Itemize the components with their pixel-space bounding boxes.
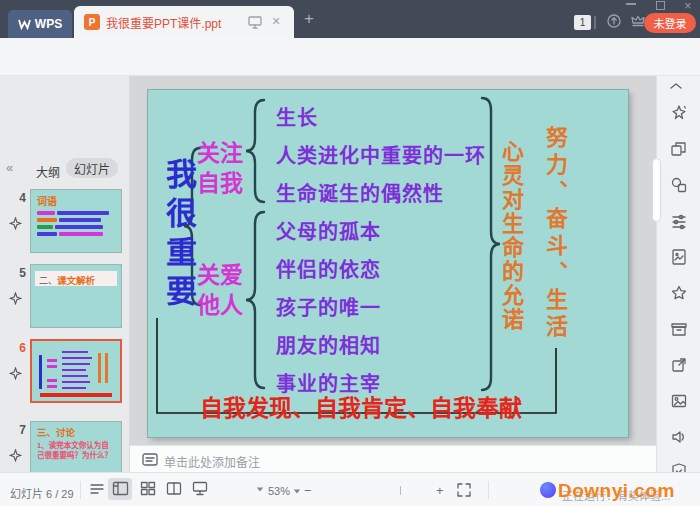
thumb7-title: 三、讨论: [31, 422, 121, 439]
duplicate-slide-icon[interactable]: [670, 140, 688, 158]
wps-home-tab[interactable]: WPS: [8, 10, 72, 38]
thumb5-title-band: 二、课文解析: [35, 271, 117, 286]
thumb4-lines: [31, 211, 121, 236]
slide-right-text-2[interactable]: 努力、奋斗、生活: [538, 126, 570, 354]
branch1-item[interactable]: 人类进化中重要的一环: [276, 140, 486, 169]
slide-number: 4: [8, 191, 26, 205]
wps-label: WPS: [35, 17, 62, 31]
favorite-star-icon[interactable]: [670, 284, 688, 302]
branch2-label[interactable]: 关爱他人: [192, 260, 248, 320]
toolbar: 文件 ↶ ↷ 开始 插入 设计 切换 动画 查找命令、搜索模板 ?: [0, 38, 700, 76]
play-options-caret-icon[interactable]: [257, 488, 263, 492]
branch2-item[interactable]: 父母的孤本: [276, 216, 381, 245]
share-export-icon[interactable]: [670, 356, 688, 374]
slide-number: 5: [8, 266, 26, 280]
reading-view-icon[interactable]: [166, 481, 182, 496]
document-tab[interactable]: P 我很重要PPT课件.ppt ×: [74, 6, 294, 38]
animation-star-icon: [9, 217, 22, 230]
assistant-icon[interactable]: [540, 482, 556, 498]
properties-sliders-icon[interactable]: [670, 212, 688, 230]
divider: [80, 481, 81, 499]
slide-thumbnail-6-selected[interactable]: [30, 339, 122, 403]
animation-star-icon: [9, 367, 22, 380]
window-count-badge[interactable]: 1: [574, 15, 591, 30]
slide-thumbnail-5[interactable]: 二、课文解析: [30, 264, 122, 328]
normal-view-icon[interactable]: [112, 481, 129, 496]
sidebar-collapse-icon[interactable]: [670, 82, 682, 90]
collapse-panel-icon[interactable]: «: [6, 160, 13, 175]
document-title: 我很重要PPT课件.ppt: [106, 14, 240, 31]
thumb4-title: 词语: [31, 190, 121, 208]
slide-counter: 幻灯片 6 / 29: [10, 485, 74, 501]
slide-panel: « 大纲 幻灯片 4 词语 5 二、课文解析: [0, 76, 130, 472]
branch1-item[interactable]: 生长: [276, 102, 318, 131]
material-box-icon[interactable]: [670, 320, 688, 338]
slide-number-current: 6: [8, 341, 26, 355]
right-sidebar: [656, 76, 700, 472]
zoom-100-tick: [400, 486, 401, 495]
titlebar: WPS P 我很重要PPT课件.ppt × + 1 未登录 ×: [0, 0, 700, 38]
branch2-item[interactable]: 朋友的相知: [276, 330, 381, 359]
security-shield-icon[interactable]: [670, 462, 688, 472]
login-button[interactable]: 未登录: [644, 13, 696, 33]
animation-star-icon: [9, 449, 22, 462]
slide-number: 7: [8, 423, 26, 437]
share-icon[interactable]: [606, 13, 622, 29]
audio-speaker-icon[interactable]: [670, 428, 688, 446]
watermark: Downyi.com: [558, 480, 675, 502]
tab-outline[interactable]: 大纲: [36, 163, 60, 180]
notes-bar[interactable]: 单击此处添加备注: [130, 445, 656, 472]
animation-star-icon: [9, 292, 22, 305]
ppt-file-icon: P: [84, 14, 100, 30]
thumbnail-list: 4 词语 5 二、课文解析 6: [0, 184, 130, 506]
thumb7-body: 1、读完本文你认为自己很重要吗？为什么？: [31, 439, 121, 463]
notes-comment-icon: [142, 452, 158, 467]
shapes-icon[interactable]: [670, 176, 688, 194]
wps-logo-icon: [18, 18, 31, 30]
monitor-icon[interactable]: [248, 15, 263, 30]
slide-thumbnail-4[interactable]: 词语: [30, 189, 122, 253]
picture-icon[interactable]: [670, 392, 688, 410]
effects-star-icon[interactable]: [670, 104, 688, 122]
zoom-out-button[interactable]: −: [304, 483, 312, 498]
zoom-level[interactable]: 53%: [268, 485, 290, 497]
canvas-scrollbar[interactable]: [652, 158, 661, 222]
zoom-caret-icon[interactable]: [294, 490, 300, 494]
notes-placeholder: 单击此处添加备注: [164, 453, 260, 470]
badge-bars: [594, 16, 596, 29]
minimize-button[interactable]: [626, 3, 636, 5]
maximize-button[interactable]: [656, 1, 665, 10]
branch2-item[interactable]: 孩子的唯一: [276, 292, 381, 321]
branch1-label[interactable]: 关注自我: [192, 138, 248, 198]
current-slide[interactable]: 我很重要 关注自我 生长 人类进化中重要的一环 生命诞生的偶然性 关爱他人 父母…: [148, 90, 628, 437]
tab-close-icon[interactable]: ×: [272, 13, 280, 29]
slide-footer-text[interactable]: 自我发现、自我肯定、自我奉献: [200, 389, 522, 423]
branch2-item[interactable]: 伴侣的依恋: [276, 254, 381, 283]
window-close-icon[interactable]: ×: [684, 0, 692, 12]
slide-right-text-1[interactable]: 心灵对生命的允诺: [494, 140, 526, 348]
fit-to-window-icon[interactable]: [456, 482, 472, 498]
new-tab-button[interactable]: +: [304, 9, 314, 29]
wps-presentation-window: WPS P 我很重要PPT课件.ppt × + 1 未登录 × 文件 ↶ ↷ 开…: [0, 0, 700, 506]
notes-toggle-icon[interactable]: [90, 482, 105, 497]
divider: [488, 481, 489, 499]
slide-sorter-icon[interactable]: [140, 481, 156, 496]
tab-slides[interactable]: 幻灯片: [66, 158, 118, 178]
presenter-view-icon[interactable]: [192, 481, 208, 496]
image-document-icon[interactable]: [670, 248, 688, 266]
branch1-item[interactable]: 生命诞生的偶然性: [276, 178, 444, 207]
zoom-in-button[interactable]: +: [436, 483, 444, 498]
